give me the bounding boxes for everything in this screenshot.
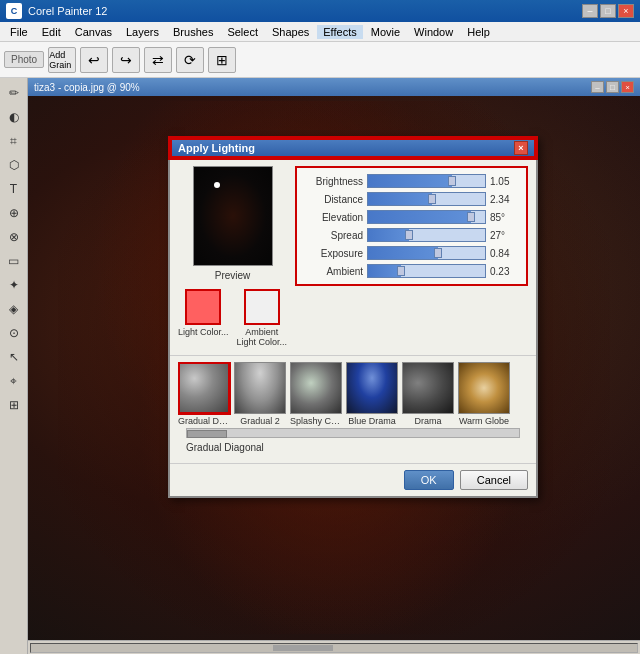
apply-lighting-dialog: Apply Lighting × Preview (168, 136, 538, 498)
preview-box (193, 166, 273, 266)
preset-gradual2[interactable]: Gradual 2 (234, 362, 286, 426)
presets-scrollbar[interactable] (186, 428, 520, 438)
tool-fill[interactable]: ⌗ (3, 130, 25, 152)
menu-window[interactable]: Window (408, 25, 459, 39)
tool-pencil[interactable]: ✏ (3, 82, 25, 104)
cancel-button[interactable]: Cancel (460, 470, 528, 490)
tool-select-rect[interactable]: ▭ (3, 250, 25, 272)
dialog-close-button[interactable]: × (514, 141, 528, 155)
maximize-button[interactable]: □ (600, 4, 616, 18)
distance-thumb[interactable] (428, 194, 436, 204)
preset-label-gradual2: Gradual 2 (240, 416, 280, 426)
tool-text[interactable]: T (3, 178, 25, 200)
elevation-slider[interactable] (367, 210, 486, 224)
ambient-row: Ambient 0.23 (303, 264, 520, 278)
ok-button[interactable]: OK (404, 470, 454, 490)
scrollbar-track[interactable] (30, 643, 638, 653)
spread-label: Spread (303, 230, 363, 241)
color-swatches: Light Color... Ambient Light Color... (178, 289, 287, 347)
preset-thumb-gradual-diagonal[interactable] (178, 362, 230, 414)
exposure-slider[interactable] (367, 246, 486, 260)
tool-lasso[interactable]: ✦ (3, 274, 25, 296)
preset-thumb-splashy[interactable] (290, 362, 342, 414)
sliders-box: Brightness 1.05 Distance (295, 166, 528, 286)
brightness-fill (368, 175, 452, 187)
tool-clone[interactable]: ⊗ (3, 226, 25, 248)
exposure-fill (368, 247, 438, 259)
menu-effects[interactable]: Effects (317, 25, 362, 39)
brightness-value: 1.05 (490, 176, 520, 187)
tool-grid[interactable]: ⊞ (3, 394, 25, 416)
toolbar-btn-2[interactable]: ↪ (112, 47, 140, 73)
tool-crop[interactable]: ⊕ (3, 202, 25, 224)
preset-splashy[interactable]: Splashy Col... (290, 362, 342, 426)
exposure-thumb[interactable] (434, 248, 442, 258)
spread-value: 27° (490, 230, 520, 241)
spread-row: Spread 27° (303, 228, 520, 242)
preview-label: Preview (215, 270, 251, 281)
light-indicator (214, 182, 220, 188)
toolbar-btn-5[interactable]: ⊞ (208, 47, 236, 73)
tool-rotate[interactable]: ⌖ (3, 370, 25, 392)
distance-row: Distance 2.34 (303, 192, 520, 206)
tool-zoom[interactable]: ⊙ (3, 322, 25, 344)
ambient-color-swatch[interactable] (244, 289, 280, 325)
menu-layers[interactable]: Layers (120, 25, 165, 39)
distance-fill (368, 193, 432, 205)
preset-thumb-warm-globe[interactable] (458, 362, 510, 414)
ambient-label: Ambient (303, 266, 363, 277)
menu-movie[interactable]: Movie (365, 25, 406, 39)
menu-shapes[interactable]: Shapes (266, 25, 315, 39)
scrollbar-thumb[interactable] (273, 645, 333, 651)
close-button[interactable]: × (618, 4, 634, 18)
ambient-thumb[interactable] (397, 266, 405, 276)
preset-thumb-gradual2[interactable] (234, 362, 286, 414)
menu-bar: File Edit Canvas Layers Brushes Select S… (0, 22, 640, 42)
canvas-scrollbar[interactable] (28, 640, 640, 654)
minimize-button[interactable]: – (582, 4, 598, 18)
preset-gradual-diagonal[interactable]: Gradual Dia... (178, 362, 230, 426)
tool-move[interactable]: ↖ (3, 346, 25, 368)
menu-brushes[interactable]: Brushes (167, 25, 219, 39)
brightness-slider[interactable] (367, 174, 486, 188)
menu-edit[interactable]: Edit (36, 25, 67, 39)
app-logo: C (6, 3, 22, 19)
menu-help[interactable]: Help (461, 25, 496, 39)
menu-canvas[interactable]: Canvas (69, 25, 118, 39)
spread-thumb[interactable] (405, 230, 413, 240)
preset-drama[interactable]: Drama (402, 362, 454, 426)
ambient-color-label: Ambient Light Color... (237, 327, 288, 347)
toolbar-btn-3[interactable]: ⇄ (144, 47, 172, 73)
toolbar-btn-1[interactable]: ↩ (80, 47, 108, 73)
canvas-area: Apply Lighting × Preview (28, 96, 640, 654)
menu-select[interactable]: Select (221, 25, 264, 39)
add-grain-button[interactable]: Add Grain (48, 47, 76, 73)
preset-thumb-blue-drama[interactable] (346, 362, 398, 414)
preset-blue-drama[interactable]: Blue Drama (346, 362, 398, 426)
tool-eraser[interactable]: ⬡ (3, 154, 25, 176)
elevation-label: Elevation (303, 212, 363, 223)
menu-file[interactable]: File (4, 25, 34, 39)
elevation-thumb[interactable] (467, 212, 475, 222)
distance-slider[interactable] (367, 192, 486, 206)
presets-scrollbar-thumb[interactable] (187, 430, 227, 438)
spread-slider[interactable] (367, 228, 486, 242)
light-color-label[interactable]: Light Color... (178, 327, 229, 337)
light-color-swatch[interactable] (185, 289, 221, 325)
preset-thumb-drama[interactable] (402, 362, 454, 414)
preset-warm-globe[interactable]: Warm Globe (458, 362, 510, 426)
doc-close[interactable]: × (621, 81, 634, 93)
ambient-color-group: Ambient Light Color... (237, 289, 288, 347)
distance-value: 2.34 (490, 194, 520, 205)
app-titlebar: C Corel Painter 12 – □ × (0, 0, 640, 22)
dialog-buttons: OK Cancel (170, 463, 536, 496)
dialog-titlebar: Apply Lighting × (170, 138, 536, 158)
exposure-value: 0.84 (490, 248, 520, 259)
tool-magic-wand[interactable]: ◈ (3, 298, 25, 320)
tool-brush[interactable]: ◐ (3, 106, 25, 128)
ambient-slider[interactable] (367, 264, 486, 278)
doc-maximize[interactable]: □ (606, 81, 619, 93)
brightness-thumb[interactable] (448, 176, 456, 186)
doc-minimize[interactable]: – (591, 81, 604, 93)
toolbar-btn-4[interactable]: ⟳ (176, 47, 204, 73)
